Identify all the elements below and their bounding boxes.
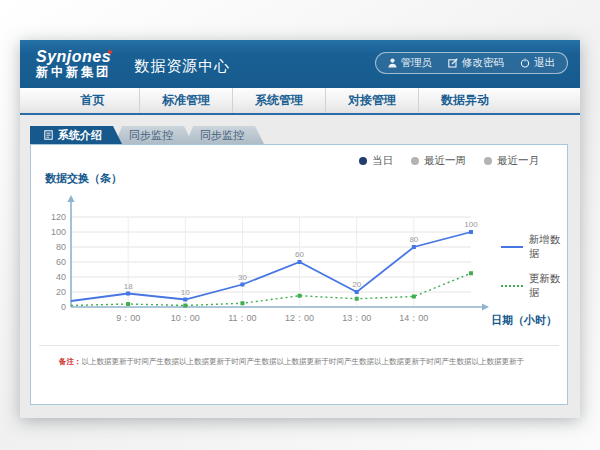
svg-text:11：00: 11：00 (228, 313, 256, 323)
note-text: 以上数据更新于时间产生数据以上数据更新于时间产生数据以上数据更新于时间产生数据以… (82, 357, 525, 366)
tab-bar: 系统介绍 同步监控 同步监控 (30, 126, 257, 144)
range-option-label: 当日 (372, 154, 393, 168)
range-option-label: 最近一月 (497, 154, 539, 168)
nav-item-interface-mgmt[interactable]: 对接管理 (325, 88, 418, 113)
tab-label: 系统介绍 (58, 128, 102, 143)
chart-panel: 当日 最近一周 最近一月 数据交换（条） 0204060801001209：00… (30, 144, 568, 405)
note-label: 备注： (59, 357, 82, 366)
change-password-label: 修改密码 (462, 56, 504, 70)
admin-button[interactable]: 管理员 (388, 56, 433, 70)
svg-text:80: 80 (56, 242, 66, 252)
radio-selected-icon (359, 157, 367, 165)
logout-button[interactable]: 退出 (520, 56, 555, 70)
content-area: 系统介绍 同步监控 同步监控 当日 最近一周 (20, 115, 580, 416)
tab-system-intro[interactable]: 系统介绍 (30, 126, 122, 144)
document-icon (44, 130, 53, 140)
logo-red-dot-icon (108, 50, 112, 54)
app-header: Synjones 新中新集团 数据资源中心 管理员 修改密码 (20, 40, 580, 88)
change-password-button[interactable]: 修改密码 (448, 56, 504, 70)
svg-text:9：00: 9：00 (116, 313, 140, 323)
page-title: 数据资源中心 (134, 57, 230, 76)
chart-canvas: 0204060801001209：0010：0011：0012：0013：001… (41, 189, 496, 339)
tab-sync-monitor-1[interactable]: 同步监控 (115, 126, 193, 144)
svg-text:0: 0 (61, 302, 66, 312)
tab-label: 同步监控 (129, 128, 173, 143)
solid-line-icon (501, 246, 523, 248)
range-filter: 当日 最近一周 最近一月 (359, 154, 539, 168)
app-window: Synjones 新中新集团 数据资源中心 管理员 修改密码 (20, 40, 580, 418)
svg-text:30: 30 (238, 273, 247, 282)
svg-text:13：00: 13：00 (342, 313, 371, 323)
user-icon (388, 58, 397, 68)
svg-text:10：00: 10：00 (171, 313, 200, 323)
legend-label: 新增数据 (529, 233, 567, 261)
series-legend: 新增数据 更新数据 (501, 233, 567, 300)
nav-item-home[interactable]: 首页 (46, 88, 139, 113)
nav-item-standard-mgmt[interactable]: 标准管理 (139, 88, 232, 113)
footer-note: 备注：以上数据更新于时间产生数据以上数据更新于时间产生数据以上数据更新于时间产生… (59, 357, 524, 367)
svg-text:10: 10 (181, 288, 190, 297)
svg-text:40: 40 (56, 272, 66, 282)
svg-text:18: 18 (124, 282, 133, 291)
svg-text:20: 20 (352, 280, 361, 289)
dotted-line-icon (501, 285, 523, 287)
admin-label: 管理员 (401, 56, 433, 70)
x-axis-title: 日期（小时） (491, 313, 557, 328)
legend-label: 更新数据 (529, 272, 567, 300)
line-chart: 0204060801001209：0010：0011：0012：0013：001… (41, 189, 496, 343)
tab-sync-monitor-2[interactable]: 同步监控 (186, 126, 264, 144)
radio-icon (484, 157, 492, 165)
logo-text: Synjones (36, 48, 111, 65)
range-option-today[interactable]: 当日 (359, 154, 393, 168)
tab-label: 同步监控 (200, 128, 244, 143)
range-option-label: 最近一周 (424, 154, 466, 168)
page: { "header": { "logo_primary": "Synjones"… (0, 0, 600, 450)
power-icon (520, 58, 530, 68)
note-divider (39, 345, 559, 346)
svg-text:100: 100 (464, 220, 478, 229)
nav-item-data-change[interactable]: 数据异动 (418, 88, 511, 113)
svg-text:20: 20 (56, 287, 66, 297)
range-option-last-month[interactable]: 最近一月 (484, 154, 539, 168)
logo-subtext: 新中新集团 (36, 66, 112, 79)
user-menu: 管理员 修改密码 退出 (375, 52, 569, 74)
company-logo: Synjones 新中新集团 (36, 49, 112, 80)
svg-text:60: 60 (295, 250, 304, 259)
svg-text:14：00: 14：00 (399, 313, 428, 323)
edit-icon (448, 58, 458, 68)
svg-text:120: 120 (51, 212, 66, 222)
svg-text:60: 60 (56, 257, 66, 267)
svg-text:12：00: 12：00 (285, 313, 314, 323)
svg-text:80: 80 (409, 235, 418, 244)
range-option-last-week[interactable]: 最近一周 (411, 154, 466, 168)
svg-text:100: 100 (51, 227, 66, 237)
nav-item-system-mgmt[interactable]: 系统管理 (232, 88, 325, 113)
legend-new-data[interactable]: 新增数据 (501, 233, 567, 261)
logout-label: 退出 (534, 56, 555, 70)
main-nav: 首页 标准管理 系统管理 对接管理 数据异动 (20, 88, 580, 115)
radio-icon (411, 157, 419, 165)
y-axis-title: 数据交换（条） (45, 171, 122, 186)
legend-updated-data[interactable]: 更新数据 (501, 272, 567, 300)
